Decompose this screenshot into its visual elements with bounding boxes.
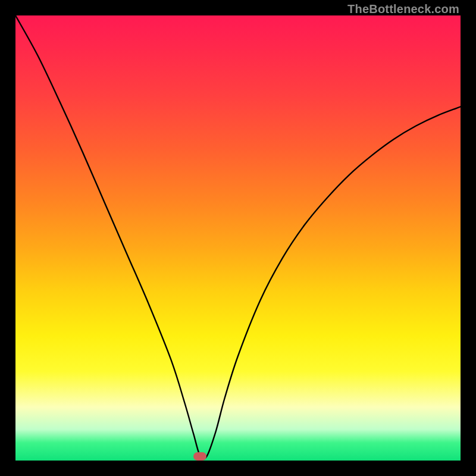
curve-svg [15, 15, 461, 461]
chart-frame: TheBottleneck.com [0, 0, 476, 476]
watermark-text: TheBottleneck.com [347, 2, 459, 16]
curve-path [15, 15, 461, 459]
plot-area [15, 15, 461, 461]
minimum-marker [193, 452, 206, 461]
